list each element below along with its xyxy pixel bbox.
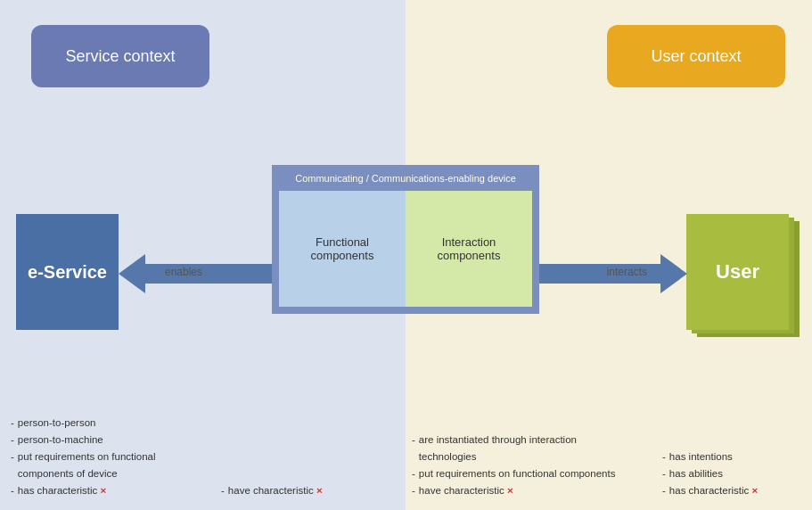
list-item: -have characteristic × — [221, 482, 373, 499]
device-label: Communicating / Communications-enabling … — [279, 172, 532, 185]
bottom-list-right: -has intentions -has abilities -has char… — [662, 448, 805, 499]
user-context-label: User context — [651, 47, 741, 66]
interacts-arrow — [522, 254, 687, 293]
interaction-label: Interaction components — [410, 235, 528, 262]
bottom-list-left: -person-to-person -person-to-machine -pu… — [11, 415, 202, 499]
service-context-box: Service context — [31, 25, 209, 87]
interacts-label: interacts — [607, 266, 647, 278]
list-item: -person-to-person — [11, 415, 202, 432]
list-item: -have characteristic × — [412, 482, 617, 499]
list-item: -has characteristic × — [11, 482, 202, 499]
user-context-box: User context — [607, 25, 785, 87]
user-label: User — [716, 260, 759, 284]
list-item: -put requirements on functional componen… — [412, 465, 617, 482]
eservice-box: e-Service — [16, 214, 119, 330]
list-item: -put requirements on functional componen… — [11, 448, 202, 482]
service-context-label: Service context — [65, 47, 175, 66]
list-item: -are instantiated through interaction te… — [412, 432, 617, 465]
functional-components-box: Functional components — [279, 191, 406, 307]
user-box: User — [686, 214, 789, 330]
enables-label: enables — [165, 266, 202, 278]
bottom-list-center-left: -have characteristic × — [221, 482, 373, 499]
bottom-list-center-right: -are instantiated through interaction te… — [412, 432, 617, 499]
list-item: -has characteristic × — [662, 482, 805, 499]
interaction-components-box: Interaction components — [406, 191, 532, 307]
device-container: Communicating / Communications-enabling … — [272, 165, 539, 314]
list-item: -has abilities — [662, 465, 805, 482]
list-item: -has intentions — [662, 448, 805, 465]
list-item: -person-to-machine — [11, 432, 202, 448]
eservice-label: e-Service — [28, 262, 107, 283]
functional-label: Functional components — [283, 235, 401, 262]
